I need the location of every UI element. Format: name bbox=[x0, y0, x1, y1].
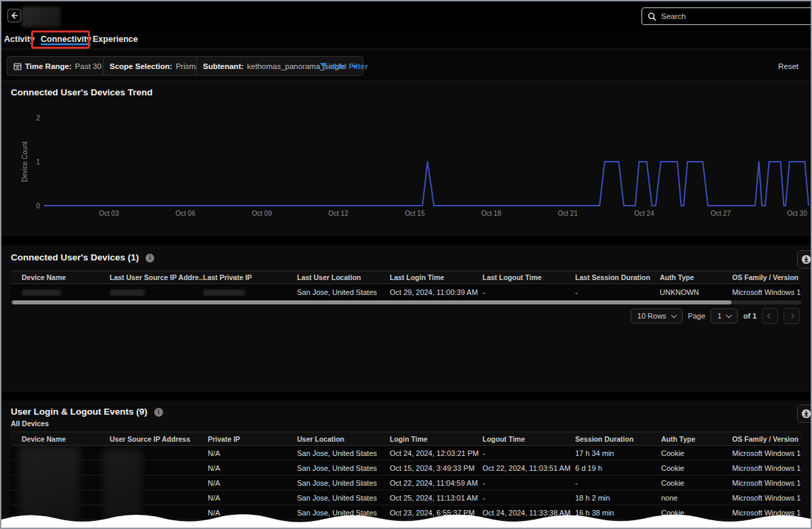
page-label: Page bbox=[688, 312, 706, 320]
trend-line bbox=[44, 162, 809, 206]
table-cell: 18 h 2 min bbox=[575, 494, 661, 502]
search-input[interactable] bbox=[661, 12, 783, 20]
table-cell: Oct 22, 2024, 11:04:59 AM bbox=[390, 479, 482, 487]
table-cell: San Jose, United States bbox=[297, 509, 390, 517]
svg-text:Device Count: Device Count bbox=[21, 141, 28, 182]
table-cell: San Jose, United States bbox=[297, 449, 390, 457]
subtenant-label: Subtenant: bbox=[203, 62, 244, 70]
table-cell: none bbox=[661, 494, 732, 502]
prev-page-button[interactable] bbox=[762, 308, 778, 324]
connected-devices-table: Device NameLast User Source IP Addre...L… bbox=[11, 271, 801, 301]
search-box[interactable] bbox=[641, 7, 812, 25]
info-icon[interactable]: i bbox=[145, 254, 154, 262]
table-cell: 17 h 34 min bbox=[575, 449, 661, 457]
redacted-value bbox=[203, 289, 245, 296]
table-cell: Microsoft Windows 10 Pr... bbox=[732, 494, 801, 502]
column-header[interactable]: Device Name bbox=[22, 273, 110, 281]
svg-text:Oct 09: Oct 09 bbox=[252, 210, 272, 217]
back-button[interactable] bbox=[7, 9, 21, 22]
scope-label: Scope Selection: bbox=[110, 62, 173, 70]
table-cell: Oct 23, 2024, 6:55:37 PM bbox=[390, 509, 482, 517]
devices-trend-panel: Connected User's Devices Trend Device Co… bbox=[1, 81, 811, 236]
svg-text:1: 1 bbox=[36, 158, 40, 166]
table-cell: Oct 22, 2024, 11:03:51 AM bbox=[482, 464, 575, 472]
reset-button[interactable]: Reset bbox=[778, 56, 798, 76]
column-header[interactable]: Last Login Time bbox=[390, 273, 482, 281]
column-header[interactable]: Auth Type bbox=[660, 273, 732, 281]
column-header[interactable]: OS Family / Version bbox=[732, 435, 801, 443]
table-cell: Cookie bbox=[661, 509, 732, 517]
page-count: of 1 bbox=[743, 312, 757, 320]
column-header[interactable]: Last User Location bbox=[297, 273, 390, 281]
table-cell: San Jose, United States bbox=[297, 288, 390, 296]
column-header[interactable]: Last User Source IP Addre... bbox=[110, 273, 203, 281]
tab-activity[interactable]: Activity bbox=[4, 30, 35, 49]
svg-text:Oct 06: Oct 06 bbox=[175, 210, 196, 217]
chevron-down-icon bbox=[671, 312, 676, 317]
column-header[interactable]: Auth Type bbox=[661, 435, 732, 443]
download-icon bbox=[801, 409, 811, 419]
tab-bar: Activity Connectivity Experience bbox=[1, 30, 811, 49]
table-cell: Oct 15, 2024, 3:49:33 PM bbox=[390, 464, 482, 472]
column-header[interactable]: User Source IP Address bbox=[110, 435, 208, 443]
download-icon bbox=[801, 254, 811, 264]
rows-per-page-select[interactable]: 10 Rows bbox=[631, 308, 683, 323]
tab-connectivity[interactable]: Connectivity bbox=[41, 30, 91, 49]
table-cell: 48 min bbox=[575, 524, 661, 529]
table-cell: Cookie bbox=[661, 449, 732, 457]
table-cell: N/A bbox=[208, 479, 297, 487]
export-button[interactable] bbox=[797, 405, 812, 423]
chevron-right-icon bbox=[789, 313, 794, 319]
column-header[interactable]: Logout Time bbox=[482, 435, 575, 443]
table-row: San Jose, United StatesOct 29, 2024, 11:… bbox=[11, 284, 801, 301]
svg-text:Oct 24: Oct 24 bbox=[634, 210, 654, 217]
svg-text:Oct 15: Oct 15 bbox=[405, 210, 425, 217]
chevron-down-icon bbox=[726, 312, 731, 317]
table-cell: Microsoft Windows 10 Pro , 6... bbox=[732, 288, 801, 296]
export-button[interactable] bbox=[797, 250, 812, 269]
funnel-icon bbox=[319, 62, 328, 70]
redacted-source-ips bbox=[103, 449, 142, 529]
column-header[interactable]: Last Logout Time bbox=[482, 273, 575, 281]
active-tab-underline bbox=[41, 43, 91, 45]
table-cell: Microsoft Windows 10 Pr... bbox=[732, 464, 801, 472]
calendar-icon bbox=[14, 62, 22, 70]
column-header[interactable]: Login Time bbox=[390, 435, 482, 443]
info-icon[interactable]: i bbox=[154, 408, 163, 417]
column-header[interactable]: Private IP bbox=[208, 435, 297, 443]
tab-experience[interactable]: Experience bbox=[93, 30, 138, 49]
scrollbar-thumb[interactable] bbox=[12, 300, 731, 304]
table-cell: San Jose, United States bbox=[297, 479, 390, 487]
devices-table-title: Connected User's Devices (1) bbox=[11, 252, 139, 262]
chevron-left-icon bbox=[767, 313, 773, 319]
table-cell: N/A bbox=[208, 494, 297, 502]
svg-text:Oct 21: Oct 21 bbox=[558, 210, 578, 217]
table-cell bbox=[22, 289, 110, 296]
pagination: 10 Rows Page 1 of 1 bbox=[631, 308, 800, 324]
table-cell: Oct 25, 2024, 11:13:01 AM bbox=[390, 494, 482, 502]
table-cell: Microsoft Windows 10 Pr... bbox=[732, 479, 801, 487]
redacted-value bbox=[110, 289, 145, 296]
column-header[interactable]: User Location bbox=[297, 435, 390, 443]
column-header[interactable]: OS Family / Version bbox=[732, 273, 801, 281]
time-range-label: Time Range: bbox=[25, 62, 72, 70]
table-cell: - bbox=[482, 288, 575, 296]
column-header[interactable]: Last Session Duration bbox=[575, 273, 660, 281]
table-cell bbox=[203, 289, 297, 296]
table-cell: N/A bbox=[208, 449, 297, 457]
column-header[interactable]: Session Duration bbox=[575, 435, 661, 443]
table-cell bbox=[110, 289, 203, 296]
column-header[interactable]: Device Name bbox=[22, 435, 110, 443]
svg-text:2: 2 bbox=[36, 114, 40, 122]
table-cell: UNKNOWN bbox=[660, 288, 732, 296]
next-page-button[interactable] bbox=[784, 308, 800, 324]
page-select[interactable]: 1 bbox=[710, 308, 738, 323]
column-header[interactable]: Last Private IP bbox=[203, 273, 297, 281]
table-cell: 6 d 19 h bbox=[575, 464, 661, 472]
table-cell: Microsoft Windows 10 Pr... bbox=[732, 509, 801, 517]
add-filter-button[interactable]: Add Filter bbox=[319, 56, 368, 76]
table-cell: Microsoft Windows 10 Pr... bbox=[732, 449, 801, 457]
add-filter-label: Add Filter bbox=[332, 62, 368, 70]
horizontal-scrollbar[interactable] bbox=[11, 300, 801, 304]
events-table-subtitle: All Devices bbox=[11, 419, 163, 428]
